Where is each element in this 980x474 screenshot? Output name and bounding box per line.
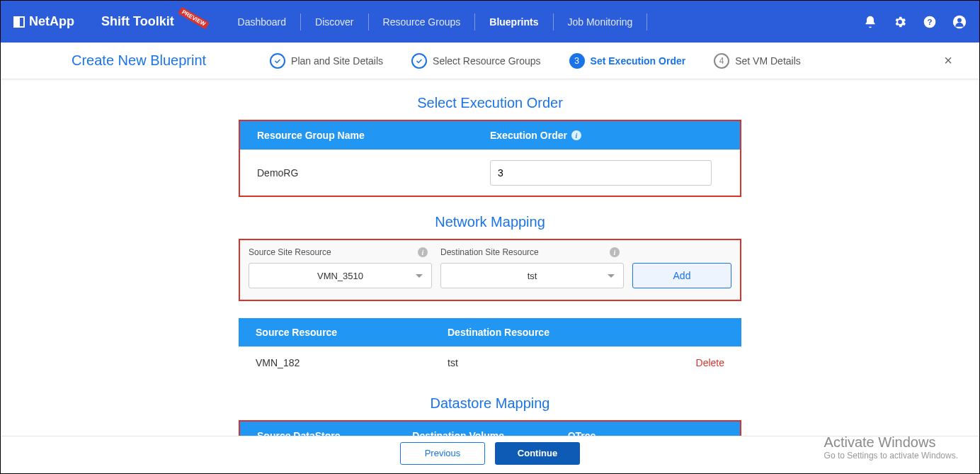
svg-text:?: ?	[927, 17, 932, 26]
step-number-3: 3	[569, 53, 585, 69]
add-mapping-button[interactable]: Add	[632, 263, 731, 288]
check-icon	[411, 53, 427, 69]
nav-resource-groups[interactable]: Resource Groups	[368, 13, 475, 30]
product-name: Shift Toolkit PREVIEW	[101, 14, 210, 29]
network-table-header: Source Resource Destination Resource	[239, 318, 741, 346]
help-icon[interactable]: ?	[923, 15, 937, 29]
app-header: NetApp Shift Toolkit PREVIEW Dashboard D…	[1, 1, 979, 43]
brand-logo: NetApp	[13, 14, 74, 29]
nav-divider-end	[646, 13, 647, 30]
network-mapping-form: Source Site Resourcei VMN_3510 Destinati…	[239, 239, 741, 301]
nav-dashboard[interactable]: Dashboard	[224, 13, 301, 30]
page-title: Create New Blueprint	[72, 52, 206, 69]
nav-job-monitoring[interactable]: Job Monitoring	[553, 13, 647, 30]
source-site-select[interactable]: VMN_3510	[249, 263, 432, 288]
windows-watermark: Activate Windows Go to Settings to activ…	[824, 434, 958, 461]
watermark-title: Activate Windows	[824, 434, 958, 451]
network-table-row: VMN_182 tst Delete	[239, 346, 741, 378]
nav-discover[interactable]: Discover	[300, 13, 368, 30]
section-title-datastore: Datastore Mapping	[1, 395, 979, 412]
source-resource-cell: VMN_182	[256, 357, 448, 368]
continue-button[interactable]: Continue	[495, 442, 580, 465]
execution-table-header: Resource Group Name Execution Order i	[240, 121, 740, 149]
destination-site-select[interactable]: tst	[440, 263, 624, 288]
execution-order-panel: Resource Group Name Execution Order i De…	[239, 120, 741, 197]
close-icon[interactable]: ×	[938, 50, 958, 72]
wizard-header: Create New Blueprint Plan and Site Detai…	[1, 43, 979, 79]
step-select-rg[interactable]: Select Resource Groups	[411, 53, 541, 69]
watermark-subtitle: Go to Settings to activate Windows.	[824, 451, 958, 461]
nav-blueprints[interactable]: Blueprints	[474, 13, 552, 30]
svg-point-3	[957, 18, 962, 22]
brand-name: NetApp	[29, 14, 74, 29]
header-source-resource: Source Resource	[256, 327, 448, 338]
section-title-execution: Select Execution Order	[1, 95, 979, 111]
wizard-steps: Plan and Site Details Select Resource Gr…	[270, 53, 938, 69]
bell-icon[interactable]	[863, 15, 877, 29]
rg-name-cell: DemoRG	[257, 167, 490, 179]
info-icon[interactable]: i	[418, 247, 428, 257]
gear-icon[interactable]	[893, 15, 907, 29]
destination-resource-cell: tst	[448, 357, 639, 368]
wizard-content: Select Execution Order Resource Group Na…	[1, 79, 979, 439]
execution-order-input[interactable]	[490, 160, 712, 186]
network-mapping-table: Source Resource Destination Resource VMN…	[239, 318, 741, 378]
header-destination-resource: Destination Resource	[448, 327, 639, 338]
header-execution-order: Execution Order i	[490, 130, 723, 141]
main-nav: Dashboard Discover Resource Groups Bluep…	[224, 1, 648, 43]
step-vm-details[interactable]: 4 Set VM Details	[714, 53, 801, 69]
step-execution-order[interactable]: 3 Set Execution Order	[569, 53, 686, 69]
step-plan-site[interactable]: Plan and Site Details	[270, 53, 383, 69]
label-destination-site: Destination Site Resourcei	[440, 247, 624, 257]
header-actions: ?	[863, 15, 967, 29]
previous-button[interactable]: Previous	[400, 442, 485, 465]
info-icon[interactable]: i	[571, 130, 581, 140]
info-icon[interactable]: i	[610, 247, 620, 257]
execution-table-row: DemoRG	[240, 149, 740, 196]
check-icon	[270, 53, 285, 69]
preview-badge: PREVIEW	[178, 7, 209, 30]
step-number-4: 4	[714, 53, 729, 69]
user-icon[interactable]	[952, 15, 967, 29]
section-title-network: Network Mapping	[1, 214, 979, 230]
netapp-logo-icon	[13, 16, 25, 28]
label-source-site: Source Site Resourcei	[249, 247, 432, 257]
header-rg-name: Resource Group Name	[257, 130, 490, 141]
delete-mapping-link[interactable]: Delete	[639, 357, 724, 368]
